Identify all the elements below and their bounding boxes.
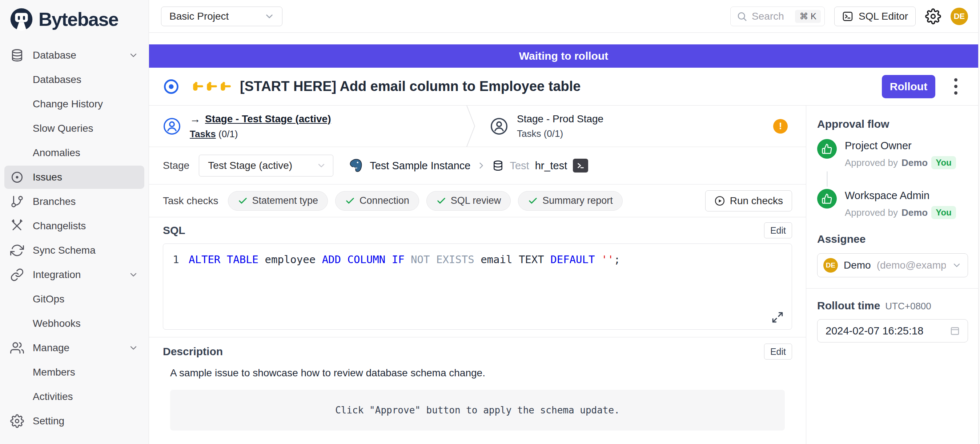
check-connection[interactable]: Connection xyxy=(335,191,419,211)
sidebar-item-manage[interactable]: Manage xyxy=(4,336,144,359)
rollout-time-value: 2024-02-07 16:25:18 xyxy=(826,325,923,337)
sql-token: ; xyxy=(614,253,620,266)
postgresql-icon xyxy=(348,158,364,174)
sync-refresh-icon xyxy=(10,243,24,257)
sql-edit-button[interactable]: Edit xyxy=(764,222,792,238)
sidebar-item-branches[interactable]: Branches xyxy=(4,190,144,213)
sidebar-item-label: Change History xyxy=(33,98,103,110)
rollout-time-heading: Rollout time xyxy=(817,300,880,312)
rollout-button[interactable]: Rollout xyxy=(882,75,935,98)
settings-gear-icon[interactable] xyxy=(925,8,941,24)
sidebar-item-label: GitOps xyxy=(33,293,64,305)
sidebar-item-label: Webhooks xyxy=(33,318,81,329)
main-column: Basic Project Search ⌘ K SQL Editor DE W… xyxy=(149,0,978,444)
sql-editor[interactable]: 1 ALTER TABLE employee ADD COLUMN IF NOT… xyxy=(163,243,792,330)
calendar-icon[interactable] xyxy=(950,325,960,336)
issue-sidebar: Approval flow Project Owner Approved by … xyxy=(806,105,978,444)
stage-test-tasks-link[interactable]: Tasks xyxy=(190,128,216,139)
terminal-icon xyxy=(842,11,853,22)
sidebar-item-label: Changelists xyxy=(33,220,86,232)
user-avatar[interactable]: DE xyxy=(951,8,968,25)
sidebar-item-integration[interactable]: Integration xyxy=(4,263,144,286)
check-label: Connection xyxy=(360,195,409,206)
description-section: Description Edit A sample issue to showc… xyxy=(149,337,806,431)
sidebar-item-database[interactable]: Database xyxy=(4,44,144,67)
sidebar-item-databases[interactable]: Databases xyxy=(4,68,144,91)
sql-editor-button[interactable]: SQL Editor xyxy=(834,6,916,26)
issue-title-row: [START HERE] Add email column to Employe… xyxy=(149,68,978,105)
stage-prod-tasks-label: Tasks xyxy=(517,128,541,139)
task-checks-label: Task checks xyxy=(163,195,218,207)
sidebar-item-webhooks[interactable]: Webhooks xyxy=(4,312,144,335)
link-icon xyxy=(10,268,24,282)
environment-label: Test xyxy=(510,160,529,172)
more-options-kebab-icon[interactable] xyxy=(948,77,964,97)
status-banner-text: Waiting to rollout xyxy=(519,50,608,62)
chevron-down-icon xyxy=(128,270,138,280)
search-input[interactable]: Search ⌘ K xyxy=(730,6,825,26)
sql-token: ALTER TABLE xyxy=(189,253,265,266)
sidebar-item-label: Database xyxy=(33,50,76,61)
bytebase-logo[interactable]: Bytebase xyxy=(4,4,144,34)
check-icon xyxy=(528,196,538,206)
approval-flow-heading: Approval flow xyxy=(817,118,968,130)
line-number: 1 xyxy=(163,253,189,266)
you-badge: You xyxy=(931,156,956,169)
stage-tab-test[interactable]: → Stage - Test Stage (active) Tasks (0/1… xyxy=(149,105,465,147)
rollout-time-input[interactable]: 2024-02-07 16:25:18 xyxy=(817,319,968,342)
sidebar-item-label: Setting xyxy=(33,415,64,427)
stage-tabs: → Stage - Test Stage (active) Tasks (0/1… xyxy=(149,105,806,147)
open-sql-editor-icon[interactable] xyxy=(573,159,588,172)
sql-token: employee xyxy=(265,253,322,266)
stage-tab-prod[interactable]: Stage - Prod Stage Tasks (0/1) ! xyxy=(476,105,806,147)
sidebar-item-members[interactable]: Members xyxy=(4,361,144,384)
project-selector[interactable]: Basic Project xyxy=(161,6,282,26)
sidebar-divider xyxy=(806,288,978,289)
database-link[interactable]: hr_test xyxy=(535,160,568,172)
approval-status: Approved by xyxy=(845,157,898,169)
check-sql-review[interactable]: SQL review xyxy=(426,191,511,211)
sidebar-item-sync-schema[interactable]: Sync Schema xyxy=(4,239,144,262)
check-statement-type[interactable]: Statement type xyxy=(228,191,328,211)
check-label: Statement type xyxy=(252,195,318,206)
sidebar-nav: Database Databases Change History Slow Q… xyxy=(4,44,144,433)
sidebar-item-gitops[interactable]: GitOps xyxy=(4,287,144,311)
description-edit-button[interactable]: Edit xyxy=(764,343,792,359)
issue-title: [START HERE] Add email column to Employe… xyxy=(240,78,581,94)
git-branch-icon xyxy=(10,195,24,209)
approval-role: Project Owner xyxy=(845,140,956,152)
sql-token: DEFAULT xyxy=(550,253,601,266)
sidebar: Bytebase Database Databases Change Histo… xyxy=(0,0,149,444)
expand-editor-icon[interactable] xyxy=(772,311,784,324)
sidebar-item-label: Members xyxy=(33,366,75,378)
instance-link[interactable]: Test Sample Instance xyxy=(370,160,470,172)
sidebar-item-issues[interactable]: Issues xyxy=(4,166,144,189)
stage-label: Stage xyxy=(163,160,189,171)
chevron-down-icon xyxy=(128,343,138,353)
sidebar-item-slow-queries[interactable]: Slow Queries xyxy=(4,117,144,140)
database-icon xyxy=(10,48,24,62)
bytebase-logo-icon xyxy=(10,7,33,31)
sidebar-item-activities[interactable]: Activities xyxy=(4,385,144,408)
sidebar-item-label: Branches xyxy=(33,196,76,208)
project-selector-value: Basic Project xyxy=(169,11,229,22)
stage-person-icon xyxy=(163,117,181,136)
issue-circle-dot-icon xyxy=(10,170,24,184)
sidebar-item-setting[interactable]: Setting xyxy=(4,409,144,433)
assignee-selector[interactable]: DE Demo (demo@example xyxy=(817,253,968,277)
stage-selector[interactable]: Test Stage (active) xyxy=(199,155,333,177)
approved-thumbs-up-icon xyxy=(817,139,837,159)
sidebar-item-change-history[interactable]: Change History xyxy=(4,93,144,116)
sidebar-item-changelists[interactable]: Changelists xyxy=(4,214,144,238)
gear-icon xyxy=(10,414,24,428)
check-summary-report[interactable]: Summary report xyxy=(518,191,623,211)
sidebar-item-anomalies[interactable]: Anomalies xyxy=(4,141,144,165)
assignee-avatar: DE xyxy=(823,258,838,273)
description-code-block: Click "Approve" button to apply the sche… xyxy=(170,390,785,431)
chevron-right-icon xyxy=(476,160,486,171)
scrollbar-gutter[interactable] xyxy=(978,0,980,444)
assignee-heading: Assignee xyxy=(817,233,968,245)
run-checks-button[interactable]: Run checks xyxy=(705,190,792,211)
status-banner: Waiting to rollout xyxy=(149,45,978,68)
assignee-name: Demo xyxy=(844,259,871,271)
